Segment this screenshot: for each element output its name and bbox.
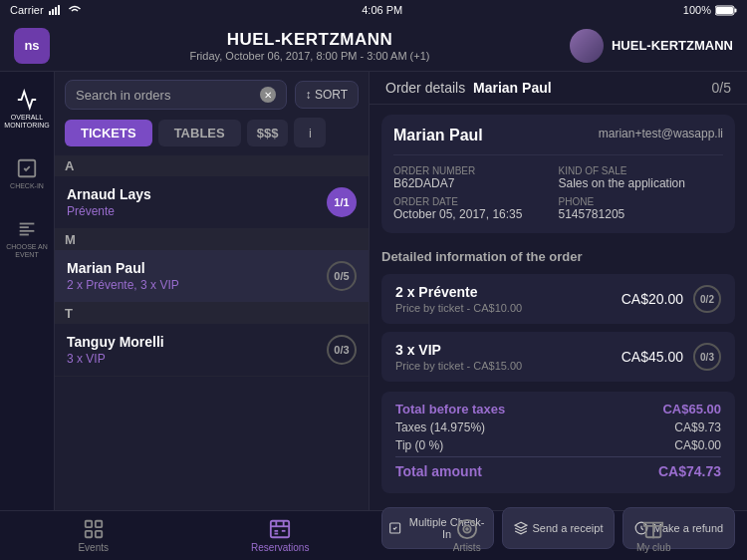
ticket-prevente-info: 2 x Prévente Price by ticket - CA$10.00 — [395, 284, 522, 314]
search-box[interactable]: Search in orders ✕ — [65, 80, 287, 110]
meta-phone: Phone 5145781205 — [559, 196, 724, 221]
ticket-vip-info: 3 x VIP Price by ticket - CA$15.00 — [395, 342, 522, 372]
ticket-vip: 3 x VIP Price by ticket - CA$15.00 CA$45… — [381, 332, 735, 382]
search-clear-icon[interactable]: ✕ — [260, 87, 276, 103]
status-time: 4:06 PM — [362, 4, 402, 16]
order-detail-count: 0/5 — [712, 80, 731, 96]
ticket-vip-price: Price by ticket - CA$15.00 — [395, 360, 522, 372]
meta-order-date: Order date October 05, 2017, 16:35 — [393, 196, 559, 221]
checkin-icon — [16, 157, 38, 179]
svg-rect-2 — [55, 7, 57, 15]
ticket-prevente: 2 x Prévente Price by ticket - CA$10.00 … — [381, 274, 735, 324]
meta-kind-of-sale: Kind of sale Sales on the application — [559, 165, 724, 190]
nav-artists-label: Artists — [453, 542, 481, 553]
ticket-prevente-badge: 0/2 — [693, 285, 721, 313]
order-badge-tanguy: 0/3 — [327, 335, 357, 365]
order-item-sub-tanguy: 3 x VIP — [67, 352, 164, 366]
ticket-vip-name: 3 x VIP — [395, 342, 522, 358]
section-header-m: M — [55, 229, 369, 250]
nav-item-events[interactable]: Events — [0, 518, 187, 553]
battery-info: 100% — [683, 4, 737, 16]
header-center: HUEL-KERTZMANN Friday, October 06, 2017,… — [50, 30, 570, 62]
nav-item-myclub[interactable]: My club — [561, 518, 748, 553]
svg-rect-6 — [734, 8, 736, 12]
nav-events-label: Events — [78, 542, 109, 553]
summary-taxes-label: Taxes (14.975%) — [395, 420, 485, 434]
meta-order-number: Order number B62DADA7 — [393, 165, 559, 190]
events-nav-icon — [83, 518, 105, 540]
svg-point-27 — [466, 528, 468, 530]
order-item-info: Arnaud Lays Prévente — [67, 186, 151, 218]
order-detail-header: Order details Marian Paul 0/5 — [370, 72, 747, 105]
nav-reservations-label: Reservations — [251, 542, 309, 553]
left-sidebar: OVERALL MONITORING CHECK-IN CHOOSE AN EV… — [0, 72, 55, 510]
reservations-nav-icon — [269, 518, 291, 540]
search-placeholder: Search in orders — [76, 88, 170, 103]
ticket-vip-badge: 0/3 — [693, 343, 721, 371]
svg-rect-16 — [86, 531, 92, 537]
header: ns HUEL-KERTZMANN Friday, October 06, 20… — [0, 20, 747, 72]
svg-rect-1 — [52, 9, 54, 15]
carrier-text: Carrier — [10, 4, 44, 16]
summary-tip-label: Tip (0 %) — [395, 438, 443, 452]
search-row: Search in orders ✕ ↕ SORT — [55, 72, 369, 118]
summary-before-taxes: Total before taxes CA$65.00 — [395, 402, 721, 417]
tab-tickets[interactable]: TICKETS — [65, 120, 152, 146]
summary-total-value: CA$74.73 — [658, 463, 721, 479]
summary-tip: Tip (0 %) CA$0.00 — [395, 438, 721, 452]
order-card: Marian Paul marian+test@wasapp.li Order … — [381, 115, 735, 233]
nav-item-reservations[interactable]: Reservations — [187, 518, 374, 553]
myclub-nav-icon — [642, 518, 664, 540]
artists-nav-icon — [456, 518, 478, 540]
sort-button[interactable]: ↕ SORT — [295, 81, 359, 109]
order-item-tanguy[interactable]: Tanguy Morelli 3 x VIP 0/3 — [55, 324, 369, 377]
order-meta: Order number B62DADA7 Kind of sale Sales… — [393, 165, 723, 221]
selected-customer-name: Marian Paul — [473, 80, 552, 96]
ticket-prevente-right: CA$20.00 0/2 — [622, 285, 721, 313]
tab-info[interactable]: i — [294, 118, 326, 147]
summary-taxes: Taxes (14.975%) CA$9.73 — [395, 420, 721, 434]
customer-email: marian+test@wasapp.li — [599, 127, 723, 140]
header-subtitle: Friday, October 06, 2017, 8:00 PM - 3:00… — [50, 50, 570, 62]
svg-rect-15 — [96, 521, 102, 527]
order-item-name: Arnaud Lays — [67, 186, 151, 202]
order-item-marian[interactable]: Marian Paul 2 x Prévente, 3 x VIP 0/5 — [55, 250, 369, 303]
app-logo: ns — [14, 28, 50, 64]
header-username: HUEL-KERTZMANN — [612, 38, 733, 53]
section-header-a: A — [55, 155, 369, 176]
tab-tables[interactable]: TABLES — [158, 120, 241, 146]
tabs-row: TICKETS TABLES $$$ i — [55, 118, 369, 155]
wifi-icon — [68, 5, 82, 15]
sidebar-item-overall-monitoring[interactable]: OVERALL MONITORING — [0, 82, 55, 137]
event-icon — [16, 218, 38, 240]
order-detail-label: Order details Marian Paul — [385, 80, 552, 96]
summary-tip-value: CA$0.00 — [674, 438, 721, 452]
summary-before-taxes-value: CA$65.00 — [662, 402, 721, 417]
sidebar-item-check-in[interactable]: CHECK-IN — [0, 146, 55, 201]
avatar — [570, 29, 604, 63]
bottom-nav: Events Reservations Artists My club — [0, 510, 747, 560]
svg-rect-17 — [96, 531, 102, 537]
ticket-vip-right: CA$45.00 0/3 — [622, 343, 721, 371]
nav-item-artists[interactable]: Artists — [374, 518, 561, 553]
summary-taxes-value: CA$9.73 — [674, 420, 721, 434]
summary-total: Total amount CA$74.73 — [395, 456, 721, 479]
sidebar-label-event: CHOOSE AN EVENT — [4, 243, 51, 258]
order-item-info-tanguy: Tanguy Morelli 3 x VIP — [67, 334, 164, 366]
main-layout: OVERALL MONITORING CHECK-IN CHOOSE AN EV… — [0, 72, 747, 510]
sidebar-item-choose-event[interactable]: CHOOSE AN EVENT — [0, 211, 55, 266]
svg-rect-5 — [716, 7, 733, 14]
order-item-name-marian: Marian Paul — [67, 260, 179, 276]
ticket-prevente-total: CA$20.00 — [622, 291, 683, 307]
summary-before-taxes-label: Total before taxes — [395, 402, 505, 417]
status-bar: Carrier 4:06 PM 100% — [0, 0, 747, 20]
svg-rect-0 — [49, 11, 51, 15]
section-header-t: T — [55, 303, 369, 324]
order-item-arnaud[interactable]: Arnaud Lays Prévente 1/1 — [55, 176, 369, 229]
carrier-info: Carrier — [10, 4, 82, 16]
tab-money[interactable]: $$$ — [247, 120, 289, 146]
order-item-sub-marian: 2 x Prévente, 3 x VIP — [67, 278, 179, 292]
detailed-info-label: Detailed information of the order — [370, 243, 747, 270]
summary-section: Total before taxes CA$65.00 Taxes (14.97… — [381, 392, 735, 493]
sidebar-label-checkin: CHECK-IN — [10, 182, 44, 190]
